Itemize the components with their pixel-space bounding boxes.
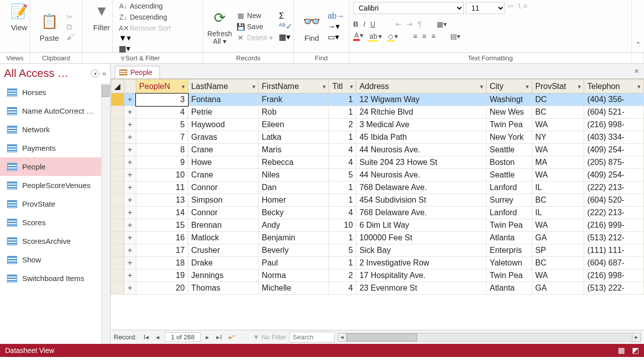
cell-address[interactable]: 768 Delaware Ave. <box>356 207 487 219</box>
first-record-button[interactable]: I◂ <box>142 333 151 341</box>
cell-city[interactable]: Lanford <box>487 182 532 194</box>
cell-provstat[interactable]: GA <box>532 282 584 295</box>
expand-row-button[interactable]: + <box>124 169 136 182</box>
column-dropdown-icon[interactable]: ▼ <box>636 83 641 89</box>
table-row[interactable]: +7GravasLatka145 Ibida PathNew YorkNY(40… <box>111 131 644 144</box>
cell-address[interactable]: 454 Subdivision St <box>356 194 487 207</box>
cell-city[interactable]: Yaletown <box>487 257 532 269</box>
increase-indent-icon[interactable]: ⇥ <box>407 20 413 28</box>
cell-peoplen[interactable]: 10 <box>136 169 188 182</box>
ascending-button[interactable]: A↓Ascending <box>117 1 187 11</box>
cell-provstat[interactable]: BC <box>532 257 584 269</box>
cell-city[interactable]: Atlanta <box>487 282 532 295</box>
cell-title[interactable]: 1 <box>329 131 356 144</box>
table-row[interactable]: +4PetrieRob124 Ritchie BlvdNew WesBC(604… <box>111 106 644 119</box>
cell-telephone[interactable]: (222) 213- <box>584 182 644 194</box>
selection-filter-icon[interactable]: ▼▾ <box>119 33 199 43</box>
remove-sort-button[interactable]: A✕Remove Sort <box>117 23 187 33</box>
advanced-filter-icon[interactable]: ▦▾ <box>119 44 199 53</box>
cell-city[interactable]: Seattle <box>487 169 532 182</box>
cell-peoplen[interactable]: 4 <box>136 106 188 119</box>
cell-city[interactable]: Enterpris <box>487 244 532 257</box>
cell-provstat[interactable]: IL <box>532 182 584 194</box>
cell-title[interactable]: 4 <box>329 207 356 219</box>
cell-lastname[interactable]: Matlock <box>188 232 259 244</box>
underline-button[interactable]: U <box>370 20 375 28</box>
nav-scrollbar[interactable] <box>101 83 110 344</box>
cell-telephone[interactable]: (604) 520- <box>584 194 644 207</box>
row-selector[interactable] <box>111 169 124 182</box>
cell-firstname[interactable]: Michelle <box>259 282 329 295</box>
row-selector[interactable] <box>111 106 124 119</box>
expand-row-button[interactable]: + <box>124 156 136 169</box>
align-right-icon[interactable]: ≡ <box>431 32 435 40</box>
cell-address[interactable]: 45 Ibida Path <box>356 131 487 144</box>
alternate-row-color-icon[interactable]: ▤▾ <box>450 32 460 40</box>
more-records-icon[interactable]: ▦▾ <box>279 32 292 42</box>
cell-peoplen[interactable]: 3 <box>136 94 188 106</box>
column-header-peoplen[interactable]: PeopleN▼ <box>136 79 188 94</box>
nav-item-switchboard-items[interactable]: Switchboard Items <box>0 269 110 288</box>
search-input[interactable] <box>289 332 335 342</box>
table-row[interactable]: +18DrakePaul12 Investigative RowYaletown… <box>111 257 644 269</box>
format-painter-icon[interactable]: 🖌 <box>66 33 74 42</box>
cell-telephone[interactable]: (403) 334- <box>584 131 644 144</box>
cell-firstname[interactable]: Andy <box>259 219 329 232</box>
cell-firstname[interactable]: Becky <box>259 207 329 219</box>
cell-telephone[interactable]: (513) 212- <box>584 232 644 244</box>
delete-button[interactable]: ✕Delete ▾ <box>234 33 275 43</box>
table-row[interactable]: +3FontanaFrank112 Wigwam WayWashingtDC(4… <box>111 94 644 106</box>
decrease-indent-icon[interactable]: ⇤ <box>395 20 401 28</box>
cut-icon[interactable]: ✂ <box>66 12 74 22</box>
table-row[interactable]: +17CrusherBeverly5Sick BayEnterprisSP(11… <box>111 244 644 257</box>
nav-item-network[interactable]: Network <box>0 120 110 139</box>
cell-address[interactable]: 100000 Fee St <box>356 232 487 244</box>
cell-lastname[interactable]: Petrie <box>188 106 259 119</box>
cell-title[interactable]: 10 <box>329 219 356 232</box>
cell-lastname[interactable]: Gravas <box>188 131 259 144</box>
cell-lastname[interactable]: Connor <box>188 207 259 219</box>
filter-button[interactable]: ▼ Filter <box>87 1 117 32</box>
bullets-icon[interactable]: ≔ <box>507 2 514 14</box>
cell-address[interactable]: 3 Medical Ave <box>356 119 487 131</box>
refresh-button[interactable]: ⟳ Refresh All ▾ <box>207 1 232 52</box>
expand-row-button[interactable]: + <box>124 94 136 106</box>
cell-city[interactable]: New York <box>487 131 532 144</box>
cell-city[interactable]: Twin Pea <box>487 219 532 232</box>
cell-provstat[interactable]: IL <box>532 207 584 219</box>
table-row[interactable]: +16MatlockBenjamin1100000 Fee StAtlantaG… <box>111 232 644 244</box>
column-header-firstname[interactable]: FirstName▼ <box>259 79 329 94</box>
highlight-button[interactable]: ab▾ <box>368 32 382 40</box>
row-selector[interactable] <box>111 257 124 269</box>
cell-provstat[interactable]: GA <box>532 232 584 244</box>
nav-item-people[interactable]: People <box>0 157 110 176</box>
cell-address[interactable]: 24 Ritchie Blvd <box>356 106 487 119</box>
cell-firstname[interactable]: Niles <box>259 169 329 182</box>
cell-lastname[interactable]: Crusher <box>188 244 259 257</box>
nav-item-scores[interactable]: Scores <box>0 213 110 232</box>
save-button[interactable]: 💾Save <box>234 22 275 32</box>
text-direction-icon[interactable]: ¶ <box>418 20 422 28</box>
row-selector[interactable] <box>111 156 124 169</box>
cell-address[interactable]: Sick Bay <box>356 244 487 257</box>
cell-provstat[interactable]: WA <box>532 219 584 232</box>
table-row[interactable]: +10CraneNiles544 Neurosis Ave.SeattleWA(… <box>111 169 644 182</box>
cell-peoplen[interactable]: 19 <box>136 269 188 282</box>
cell-address[interactable]: 44 Neurosis Ave. <box>356 144 487 156</box>
cell-provstat[interactable]: WA <box>532 169 584 182</box>
cell-lastname[interactable]: Drake <box>188 257 259 269</box>
cell-city[interactable]: Boston <box>487 156 532 169</box>
totals-icon[interactable]: Σ <box>279 12 292 21</box>
tab-people[interactable]: People <box>115 66 160 78</box>
cell-peoplen[interactable]: 9 <box>136 156 188 169</box>
row-selector[interactable] <box>111 219 124 232</box>
cell-title[interactable]: 5 <box>329 169 356 182</box>
find-button[interactable]: 👓 Find <box>298 1 326 52</box>
cell-telephone[interactable]: (216) 998- <box>584 269 644 282</box>
cell-telephone[interactable]: (513) 222- <box>584 282 644 295</box>
nav-item-provstate[interactable]: ProvState <box>0 195 110 213</box>
goto-icon[interactable]: →▾ <box>328 22 345 31</box>
column-dropdown-icon[interactable]: ▼ <box>577 83 582 89</box>
cell-provstat[interactable]: MA <box>532 156 584 169</box>
column-dropdown-icon[interactable]: ▼ <box>479 83 484 89</box>
